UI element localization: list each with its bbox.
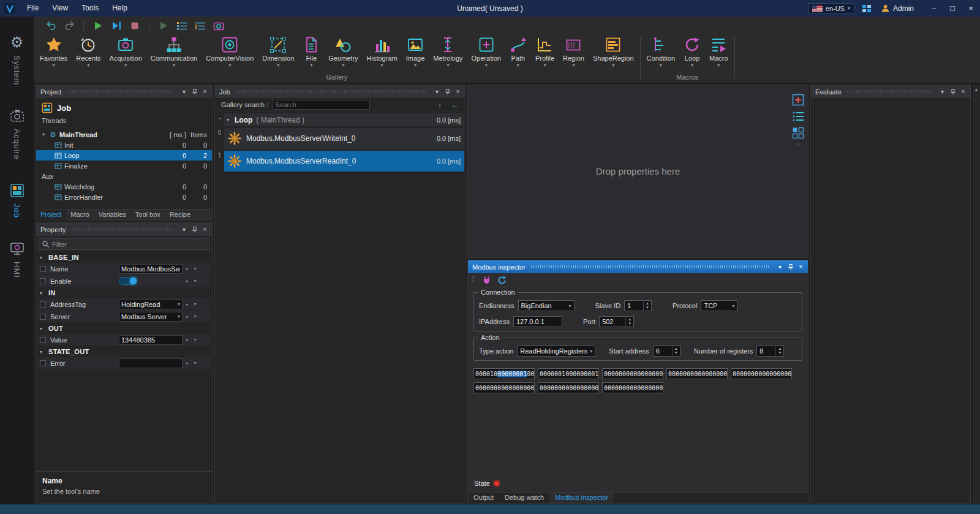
gallery-item-macro[interactable]: Macro ▾ <box>705 34 733 68</box>
spin-down-icon[interactable]: ▼ <box>673 351 680 355</box>
type-action-select[interactable]: ReadHoldingRegisters▾ <box>517 346 595 357</box>
spin-down-icon[interactable]: ▼ <box>626 322 633 326</box>
sidebar-item-hmi[interactable]: HMI <box>10 241 24 278</box>
property-grid-view-icon[interactable] <box>792 127 804 139</box>
sidebar-item-job[interactable]: Job <box>10 183 24 218</box>
gallery-item-file[interactable]: File ▾ <box>298 34 324 68</box>
menu-help[interactable]: Help <box>105 0 134 17</box>
pin-icon[interactable] <box>786 262 795 271</box>
sidebar-item-acquire[interactable]: Acquire <box>10 108 24 160</box>
checkbox[interactable] <box>40 301 46 308</box>
step-run-icon[interactable] <box>108 19 124 32</box>
register-cell-3[interactable]: 0000000000000000 <box>666 368 728 379</box>
checkbox[interactable] <box>40 266 46 272</box>
tab-toolbox[interactable]: Tool box <box>131 210 165 220</box>
gallery-item-condition[interactable]: Condition ▾ <box>643 34 679 68</box>
run-once-icon[interactable] <box>156 19 172 32</box>
chevron-down-icon[interactable]: ▾ <box>179 225 189 234</box>
gallery-item-histogram[interactable]: Histogram ▾ <box>363 34 402 68</box>
menu-file[interactable]: File <box>20 0 45 17</box>
server-select[interactable]: Modbus Server▾ <box>119 312 183 322</box>
chevron-down-icon[interactable]: ▾ <box>191 314 199 319</box>
enable-toggle[interactable] <box>119 277 137 285</box>
gallery-item-profile[interactable]: Profile ▾ <box>531 34 559 68</box>
value-input[interactable] <box>119 335 183 345</box>
gallery-item-communication[interactable]: Communication ▾ <box>146 34 202 68</box>
gallery-item-acquisition[interactable]: Acquisition ▾ <box>105 34 146 68</box>
tab-modbus-inspector[interactable]: Modbus inspector <box>549 493 614 504</box>
close-icon[interactable]: × <box>200 225 209 234</box>
property-filter-input[interactable] <box>52 241 206 248</box>
tab-macro[interactable]: Macro <box>66 210 94 220</box>
gallery-search-input[interactable] <box>272 100 370 110</box>
tab-recipe[interactable]: Recipe <box>165 210 195 220</box>
minimize-button[interactable]: – <box>925 0 943 17</box>
list-view-icon[interactable] <box>174 19 190 32</box>
stop-icon[interactable] <box>127 19 143 32</box>
vertical-scrollbar[interactable]: ▲ <box>973 85 980 504</box>
gallery-item-path[interactable]: Path ▾ <box>505 34 531 68</box>
register-cell-2[interactable]: 0000000000000000 <box>602 368 663 379</box>
addresstag-select[interactable]: HoldingRead▾ <box>119 300 183 309</box>
sidebar-item-system[interactable]: ⚙ System <box>10 35 24 85</box>
tree-row-init[interactable]: Init 0 0 <box>36 140 212 150</box>
job-tool-row-write[interactable]: Modbus.ModbusServerWriteInt_0 0.0 [ms] <box>224 128 464 149</box>
close-icon[interactable]: × <box>453 87 462 96</box>
spin-down-icon[interactable]: ▼ <box>776 351 783 355</box>
move-up-icon[interactable]: ↑ <box>434 100 445 110</box>
gallery-item-computervision[interactable]: ComputerVision ▾ <box>202 34 258 68</box>
tree-row-loop[interactable]: Loop 0 2 <box>36 150 212 161</box>
checkbox[interactable] <box>40 360 46 366</box>
chevron-down-icon[interactable]: ▾ <box>775 262 785 271</box>
start-address-spinner[interactable]: 6▲▼ <box>653 346 680 357</box>
add-property-icon[interactable] <box>792 94 804 106</box>
gallery-item-shaperegion[interactable]: ShapeRegion ▾ <box>589 34 638 68</box>
property-list-view-icon[interactable] <box>792 110 804 123</box>
chevron-down-icon[interactable]: ▾ <box>191 278 199 284</box>
pin-icon[interactable] <box>190 87 199 96</box>
run-icon[interactable] <box>90 19 106 32</box>
chevron-down-icon[interactable]: ▾ <box>191 301 199 307</box>
tree-row-finalize[interactable]: Finalize 0 0 <box>36 161 212 171</box>
register-count-spinner[interactable]: 8▲▼ <box>756 346 784 357</box>
slave-id-spinner[interactable]: 1▲▼ <box>624 300 652 311</box>
chevron-down-icon[interactable]: ▾ <box>191 360 199 366</box>
pin-icon[interactable] <box>948 87 957 96</box>
register-cell-0[interactable]: 0000100000000100 <box>473 368 535 379</box>
connect-plug-icon[interactable] <box>482 276 491 285</box>
indent-list-icon[interactable] <box>192 19 208 32</box>
layout-grid-icon[interactable] <box>862 4 872 13</box>
undo-icon[interactable] <box>43 19 59 32</box>
register-cell-6[interactable]: 0000000000000000 <box>538 382 599 393</box>
register-cell-7[interactable]: 0000000000000000 <box>602 382 663 393</box>
user-button[interactable]: Admin <box>881 4 914 13</box>
gallery-item-recents[interactable]: Recents ▾ <box>72 34 105 68</box>
spin-up-icon[interactable]: ▲ <box>626 317 633 322</box>
checkbox[interactable] <box>40 278 46 284</box>
chevron-down-icon[interactable]: ▾ <box>191 337 199 342</box>
tree-row-mainthread[interactable]: ▾ ⚙ MainThread [ ms ] Items <box>36 129 212 140</box>
error-input[interactable] <box>119 358 183 368</box>
gallery-item-operation[interactable]: Operation ▾ <box>467 34 505 68</box>
tab-variables[interactable]: Variables <box>94 210 131 220</box>
language-select[interactable]: en-US ▾ <box>808 3 854 14</box>
back-arrow-icon[interactable]: ← <box>449 100 460 110</box>
tree-row-errorhandler[interactable]: ErrorHandler 0 0 <box>36 192 212 202</box>
group-in[interactable]: ▾IN <box>36 287 212 298</box>
register-cell-5[interactable]: 0000000000000000 <box>473 382 535 393</box>
tree-row-watchdog[interactable]: Watchdog 0 0 <box>36 181 212 192</box>
gallery-item-image[interactable]: Image ▾ <box>402 34 429 68</box>
gallery-item-loop[interactable]: Loop ▾ <box>679 34 705 68</box>
spin-up-icon[interactable]: ▲ <box>644 301 651 306</box>
spin-up-icon[interactable]: ▲ <box>673 347 680 351</box>
refresh-icon[interactable] <box>497 276 507 285</box>
menu-tools[interactable]: Tools <box>75 0 105 17</box>
tab-output[interactable]: Output <box>468 493 499 504</box>
register-cell-1[interactable]: 0000001000000001 <box>538 368 599 379</box>
group-base-in[interactable]: ▾BASE_IN <box>36 252 212 263</box>
loop-group-header[interactable]: ▾ Loop ( MainThread ) 0.0 [ms] <box>224 113 464 126</box>
tab-debug-watch[interactable]: Debug watch <box>499 493 549 504</box>
job-tool-row-read[interactable]: Modbus.ModbusServerReadInt_0 0.0 [ms] <box>224 151 464 172</box>
endianness-select[interactable]: BigEndian▾ <box>518 300 575 311</box>
pin-icon[interactable] <box>443 87 452 96</box>
